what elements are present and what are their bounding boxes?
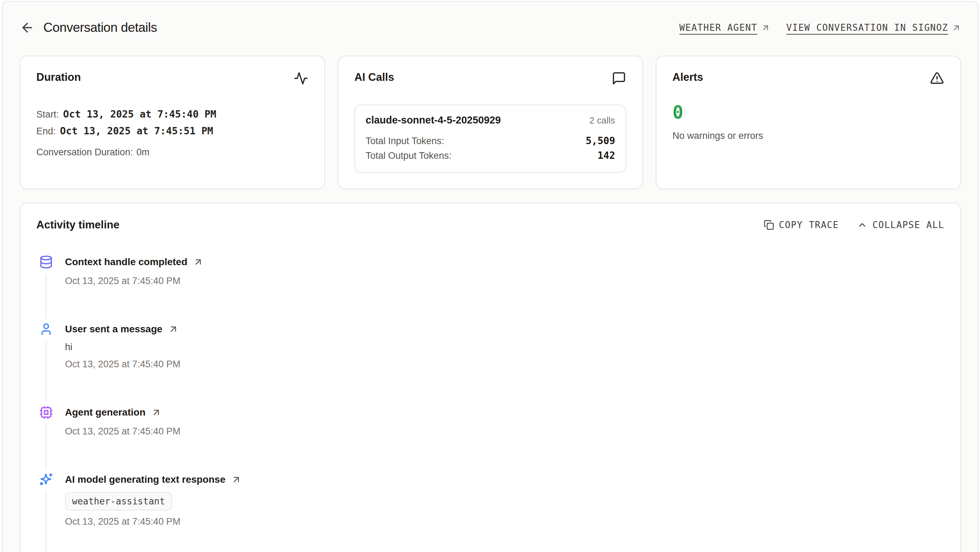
event-title: User sent a message [65,321,162,337]
arrow-left-icon [20,20,35,35]
cpu-icon [38,405,54,420]
alert-triangle-icon [930,71,944,86]
ai-calls-card: AI Calls claude-sonnet-4-5-20250929 2 ca… [337,56,643,189]
alerts-count: 0 [673,103,944,121]
conversation-duration-row: Conversation Duration:0m [37,145,308,161]
page-title: Conversation details [43,20,157,35]
arrow-up-right-icon [168,324,178,334]
event-message-body: hi [65,341,944,353]
sparkles-icon [38,472,54,487]
alerts-message: No warnings or errors [673,131,944,141]
timeline-event-user-message: User sent a message hi Oct 13, 2025 at 7… [38,321,944,405]
activity-pulse-icon [294,71,308,86]
ai-calls-card-title: AI Calls [355,71,394,84]
event-timestamp: Oct 13, 2025 at 7:45:40 PM [65,275,944,287]
duration-card: Duration Start:Oct 13, 2025 at 7:45:40 P… [19,56,325,189]
copy-icon [764,220,774,230]
arrow-up-right-icon [193,257,204,267]
event-timestamp: Oct 13, 2025 at 7:45:40 PM [65,426,944,437]
event-title-link[interactable]: AI model generating text response [65,472,944,487]
page-header: Conversation details WEATHER AGENT VIEW … [19,20,961,35]
timeline-connector [46,424,46,469]
arrow-up-right-icon [761,23,770,32]
duration-card-title: Duration [37,71,81,84]
arrow-up-right-icon [231,474,242,485]
conversation-duration-label: Conversation Duration: [37,147,133,157]
arrow-up-right-icon [151,407,161,418]
stat-cards-row: Duration Start:Oct 13, 2025 at 7:45:40 P… [19,56,961,189]
timeline-event-context-handle: Context handle completed Oct 13, 2025 at… [38,254,944,321]
event-timestamp: Oct 13, 2025 at 7:45:40 PM [65,516,944,527]
timeline-event-ai-text-response: AI model generating text response weathe… [38,472,944,552]
timeline-connector [46,341,46,402]
weather-agent-link[interactable]: WEATHER AGENT [679,22,770,33]
copy-trace-button[interactable]: COPY TRACE [764,220,839,230]
event-title: AI model generating text response [65,472,226,487]
event-title: Context handle completed [65,254,187,270]
timeline-connector [46,491,46,552]
total-input-tokens-value: 5,509 [586,134,615,148]
page-container: Conversation details WEATHER AGENT VIEW … [2,1,978,552]
copy-trace-label: COPY TRACE [779,220,839,230]
database-icon [38,254,54,270]
event-timestamp: Oct 13, 2025 at 7:45:40 PM [65,359,944,370]
conversation-duration-value: 0m [136,147,150,157]
duration-start-row: Start:Oct 13, 2025 at 7:45:40 PM [37,107,308,123]
view-conversation-signoz-link-label: VIEW CONVERSATION IN SIGNOZ [786,22,948,33]
back-button[interactable] [19,20,35,35]
agent-name-badge: weather-assistant [65,492,172,511]
total-input-tokens-label: Total Input Tokens: [366,134,444,148]
event-title: Agent generation [65,405,145,420]
event-title-link[interactable]: Agent generation [65,405,944,420]
model-name: claude-sonnet-4-5-20250929 [366,114,501,126]
weather-agent-link-label: WEATHER AGENT [679,22,757,33]
model-usage-card: claude-sonnet-4-5-20250929 2 calls Total… [355,105,626,173]
timeline-list: Context handle completed Oct 13, 2025 at… [38,254,944,552]
message-square-icon [612,71,626,86]
duration-end-row: End:Oct 13, 2025 at 7:45:51 PM [37,123,308,140]
user-icon [38,321,54,337]
model-call-count: 2 calls [589,115,615,126]
end-label: End: [37,126,56,136]
total-output-tokens-value: 142 [597,148,615,163]
arrow-up-right-icon [952,23,961,32]
end-value: Oct 13, 2025 at 7:45:51 PM [60,125,213,137]
header-links: WEATHER AGENT VIEW CONVERSATION IN SIGNO… [679,22,961,33]
timeline-connector [46,274,46,319]
activity-timeline-title: Activity timeline [37,219,119,231]
collapse-all-button[interactable]: COLLAPSE ALL [857,220,944,230]
activity-timeline-card: Activity timeline COPY TRACE COLLAPSE AL… [19,203,961,552]
alerts-card-title: Alerts [673,71,703,84]
alerts-card: Alerts 0 No warnings or errors [655,56,961,189]
start-value: Oct 13, 2025 at 7:45:40 PM [63,108,216,120]
timeline-event-agent-generation: Agent generation Oct 13, 2025 at 7:45:40… [38,405,944,472]
chevron-up-icon [857,220,867,230]
event-title-link[interactable]: User sent a message [65,321,944,337]
collapse-all-label: COLLAPSE ALL [872,220,944,230]
total-output-tokens-label: Total Output Tokens: [366,148,452,163]
start-label: Start: [37,109,59,120]
view-conversation-signoz-link[interactable]: VIEW CONVERSATION IN SIGNOZ [786,22,961,33]
event-title-link[interactable]: Context handle completed [65,254,944,270]
